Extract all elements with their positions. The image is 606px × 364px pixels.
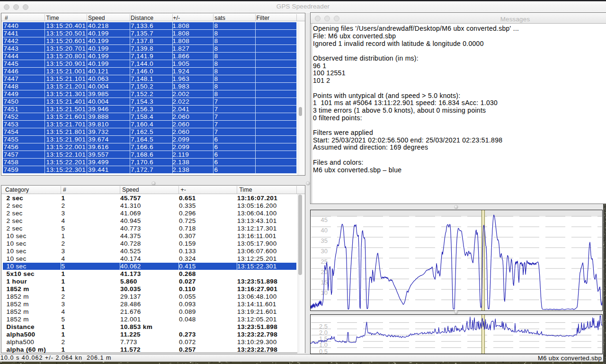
svg-text:30: 30 [321, 248, 328, 255]
svg-text:0.5: 0.5 [319, 347, 328, 354]
svg-text:40: 40 [321, 227, 328, 234]
svg-text:35: 35 [321, 237, 328, 244]
svg-text:10: 10 [321, 289, 328, 296]
svg-text:45: 45 [321, 216, 328, 223]
